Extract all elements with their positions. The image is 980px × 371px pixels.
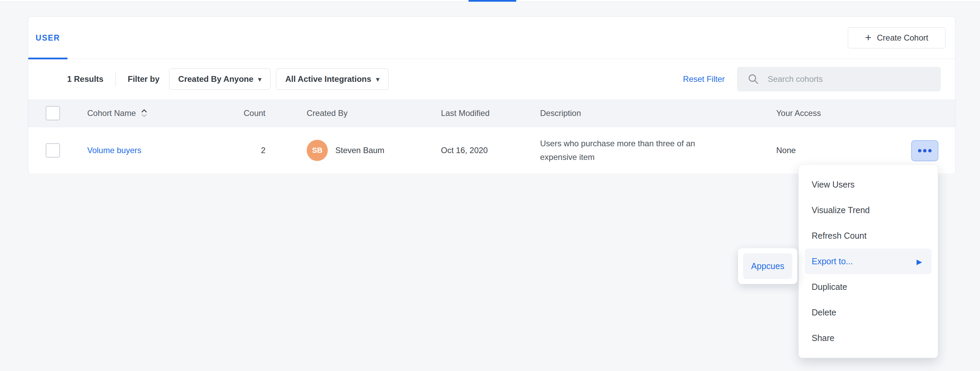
menu-item-export-to-label: Export to... bbox=[812, 256, 853, 266]
filter-bar: 1 Results Filter by Created By Anyone ▾ … bbox=[28, 59, 955, 99]
caret-down-icon: ▾ bbox=[258, 76, 262, 83]
header-last-modified: Last Modified bbox=[441, 99, 490, 127]
more-options-icon bbox=[923, 149, 926, 153]
search-icon bbox=[748, 74, 759, 84]
avatar: SB bbox=[307, 140, 328, 161]
integrations-dropdown-value: All Active Integrations bbox=[285, 74, 371, 84]
sort-icon bbox=[141, 109, 148, 118]
cohorts-card: USER + Create Cohort 1 Results Filter by… bbox=[28, 16, 956, 173]
header-created-by: Created By bbox=[307, 99, 348, 127]
tab-user[interactable]: USER bbox=[28, 17, 67, 59]
create-cohort-button[interactable]: + Create Cohort bbox=[848, 27, 946, 48]
create-cohort-label: Create Cohort bbox=[877, 33, 928, 43]
menu-item-duplicate[interactable]: Duplicate bbox=[799, 274, 938, 300]
card-tab-header: USER + Create Cohort bbox=[28, 17, 955, 59]
caret-down-icon: ▾ bbox=[376, 76, 380, 83]
search-input[interactable] bbox=[768, 74, 934, 84]
tab-user-label: USER bbox=[36, 33, 60, 43]
cohort-name-link[interactable]: Volume buyers bbox=[87, 146, 142, 155]
created-by-name: Steven Baum bbox=[335, 146, 384, 155]
created-by-dropdown-value: Created By Anyone bbox=[178, 74, 253, 84]
integrations-dropdown[interactable]: All Active Integrations ▾ bbox=[276, 68, 388, 90]
active-nav-tab-indicator bbox=[469, 0, 516, 2]
more-options-icon bbox=[918, 149, 921, 153]
header-cohort-name[interactable]: Cohort Name bbox=[87, 99, 148, 127]
menu-item-refresh-count[interactable]: Refresh Count bbox=[799, 223, 938, 248]
header-description: Description bbox=[540, 99, 724, 127]
submenu-item-appcues[interactable]: Appcues bbox=[743, 253, 792, 279]
cohort-description: Users who purchase more than three of an… bbox=[540, 137, 724, 164]
menu-item-export-to[interactable]: Export to... ▶ bbox=[805, 248, 932, 274]
top-nav-edge bbox=[0, 0, 980, 2]
menu-item-visualize-trend[interactable]: Visualize Trend bbox=[799, 197, 938, 223]
results-count: 1 Results bbox=[67, 74, 103, 84]
created-by-dropdown[interactable]: Created By Anyone ▾ bbox=[169, 68, 270, 90]
header-your-access: Your Access bbox=[776, 99, 821, 127]
filter-left-group: 1 Results Filter by Created By Anyone ▾ … bbox=[67, 59, 388, 99]
select-all-checkbox[interactable] bbox=[46, 106, 60, 120]
menu-item-view-users[interactable]: View Users bbox=[799, 172, 938, 197]
row-checkbox[interactable] bbox=[46, 143, 60, 158]
table-header-row: Cohort Name Count Created By Last Modifi… bbox=[28, 99, 955, 127]
header-cohort-name-label: Cohort Name bbox=[87, 108, 136, 118]
cohort-count: 2 bbox=[181, 127, 266, 174]
row-context-menu: View Users Visualize Trend Refresh Count… bbox=[799, 164, 938, 358]
plus-icon: + bbox=[865, 32, 872, 43]
last-modified-value: Oct 16, 2020 bbox=[441, 127, 488, 174]
filter-by-label: Filter by bbox=[128, 74, 159, 84]
menu-item-delete[interactable]: Delete bbox=[799, 300, 938, 325]
more-options-button[interactable] bbox=[911, 140, 939, 161]
export-submenu: Appcues bbox=[738, 248, 797, 284]
search-box[interactable] bbox=[737, 67, 941, 91]
your-access-value: None bbox=[776, 127, 795, 174]
header-count: Count bbox=[181, 99, 266, 127]
menu-item-share[interactable]: Share bbox=[799, 325, 938, 351]
reset-filter-link[interactable]: Reset Filter bbox=[683, 59, 725, 99]
more-options-icon bbox=[928, 149, 932, 153]
submenu-arrow-icon: ▶ bbox=[916, 258, 922, 265]
divider bbox=[116, 72, 116, 87]
